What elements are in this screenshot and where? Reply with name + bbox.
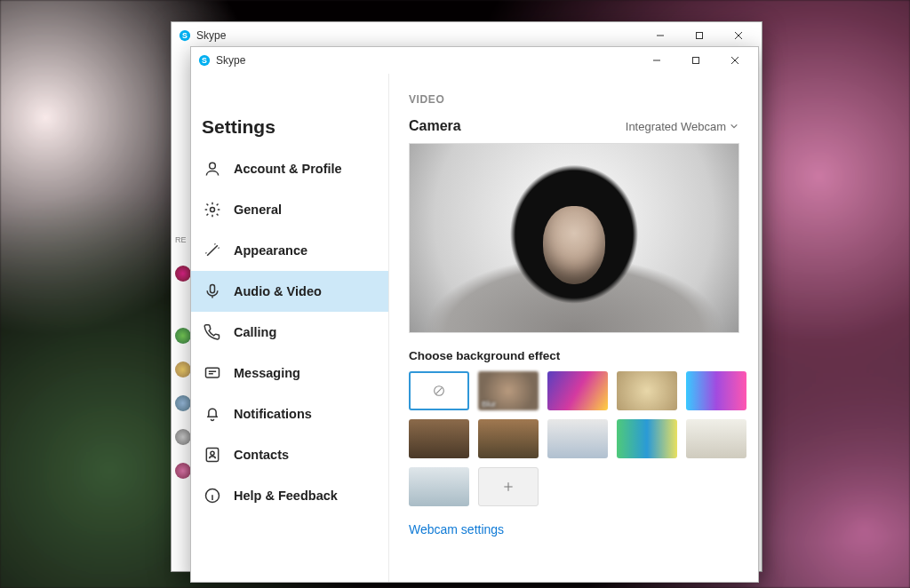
back-minimize-button[interactable] [641,23,680,48]
sidebar-item-appearance[interactable]: Appearance [191,230,388,271]
settings-content: VIDEO Camera Integrated Webcam Choose ba… [389,74,758,582]
gear-icon [204,201,221,219]
bg-effect-add[interactable] [478,467,539,506]
camera-selected-value: Integrated Webcam [626,120,726,133]
sidebar-item-help[interactable]: Help & Feedback [191,475,388,516]
bg-effect-image[interactable] [409,419,469,458]
chat-avatar [175,463,191,479]
sidebar-item-label: Notifications [234,407,312,421]
bg-effect-image[interactable] [686,419,746,458]
front-window-title: Skype [216,54,245,67]
back-maximize-button[interactable] [680,23,719,48]
sidebar-item-label: General [234,203,282,217]
bell-icon [204,405,221,423]
back-titlebar: S Skype [172,22,762,49]
camera-dropdown[interactable]: Integrated Webcam [626,120,738,133]
svg-text:S: S [202,56,207,65]
section-label-video: VIDEO [409,93,738,106]
chat-avatar [175,328,191,344]
svg-text:S: S [182,31,188,40]
blur-label: Blur [482,400,496,409]
sidebar-item-notifications[interactable]: Notifications [191,393,388,434]
skype-logo-icon: S [179,29,191,42]
background-effect-grid: Blur [409,371,738,506]
sidebar-item-messaging[interactable]: Messaging [191,353,388,393]
webcam-settings-link[interactable]: Webcam settings [409,522,504,536]
svg-point-11 [211,451,214,455]
bg-effect-image[interactable] [617,419,677,458]
phone-icon [204,323,221,341]
chevron-down-icon [730,120,738,133]
sidebar-item-contacts[interactable]: Contacts [191,434,388,475]
chat-avatar [175,266,191,282]
svg-rect-9 [206,368,220,377]
sidebar-item-calling[interactable]: Calling [191,312,388,353]
sidebar-item-account[interactable]: Account & Profile [191,148,388,189]
close-button[interactable] [715,48,754,73]
back-close-button[interactable] [719,23,758,48]
sidebar-item-label: Help & Feedback [234,489,338,503]
bg-effect-none[interactable] [409,371,469,410]
bg-effect-blur[interactable]: Blur [478,371,539,410]
camera-label: Camera [409,118,461,134]
svg-point-7 [211,208,215,212]
message-icon [204,364,221,382]
bg-effect-image[interactable] [478,419,539,458]
camera-row: Camera Integrated Webcam [409,118,738,134]
bg-effect-image[interactable] [547,419,608,458]
bg-effect-image[interactable] [617,371,677,410]
bg-effect-image[interactable] [409,467,469,506]
chat-avatar [175,429,191,445]
sidebar-item-label: Audio & Video [234,284,322,298]
sidebar-item-label: Appearance [234,243,307,258]
choose-bg-label: Choose background effect [409,349,738,362]
minimize-button[interactable] [637,48,676,73]
skype-settings-window: S Skype Settings Account & Profile Gener… [190,46,759,583]
sidebar-item-label: Contacts [234,448,289,462]
recent-label: RE [175,235,187,244]
front-titlebar: S Skype [191,47,758,74]
preview-face [543,206,605,284]
chat-avatar [175,395,191,411]
sidebar-item-label: Account & Profile [234,162,342,176]
svg-rect-5 [693,58,699,64]
contacts-icon [204,446,221,464]
camera-preview [409,143,739,333]
microphone-icon [204,282,221,300]
sidebar-item-label: Calling [234,325,276,339]
sidebar-item-audio-video[interactable]: Audio & Video [191,271,388,312]
user-icon [204,160,221,178]
bg-effect-image[interactable] [686,371,746,410]
bg-effect-image[interactable] [547,371,608,410]
svg-rect-2 [697,33,703,39]
svg-rect-8 [211,285,215,293]
back-window-title: Skype [196,29,226,42]
chat-avatar [175,362,191,377]
settings-heading: Settings [191,116,388,148]
settings-sidebar: Settings Account & Profile General Appea… [191,74,389,582]
wand-icon [204,242,221,259]
sidebar-item-general[interactable]: General [191,189,388,230]
skype-logo-icon: S [198,54,211,67]
info-icon [204,487,221,505]
sidebar-item-label: Messaging [234,366,300,380]
svg-point-6 [210,163,216,169]
maximize-button[interactable] [676,48,715,73]
